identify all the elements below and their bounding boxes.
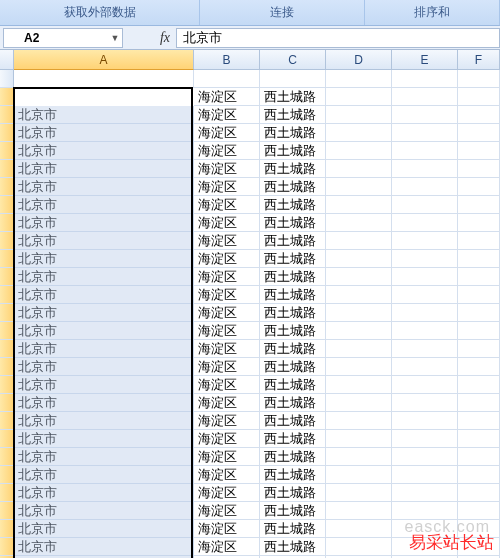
cell[interactable]: 北京市 — [14, 250, 194, 268]
column-header[interactable]: B — [194, 50, 260, 70]
cell[interactable] — [392, 160, 458, 178]
cell[interactable]: 海淀区 — [194, 286, 260, 304]
cell[interactable]: 北京市 — [14, 538, 194, 556]
row-header[interactable] — [0, 106, 14, 124]
cell[interactable]: 北京市 — [14, 412, 194, 430]
cell[interactable]: 海淀区 — [194, 376, 260, 394]
row-header[interactable] — [0, 340, 14, 358]
name-box-dropdown-icon[interactable]: ▼ — [108, 33, 122, 43]
cell[interactable]: 海淀区 — [194, 394, 260, 412]
cell[interactable] — [392, 322, 458, 340]
row-header[interactable] — [0, 196, 14, 214]
cell[interactable]: 海淀区 — [194, 124, 260, 142]
cell[interactable]: 海淀区 — [194, 160, 260, 178]
cell[interactable]: 西土城路 — [260, 322, 326, 340]
cell[interactable]: 海淀区 — [194, 502, 260, 520]
cell[interactable] — [392, 70, 458, 88]
cell[interactable] — [458, 286, 500, 304]
cell[interactable] — [458, 412, 500, 430]
cell[interactable]: 北京市 — [14, 106, 194, 124]
cell[interactable] — [326, 88, 392, 106]
row-header[interactable] — [0, 178, 14, 196]
cell[interactable]: 北京市 — [14, 394, 194, 412]
cell[interactable]: 北京市 — [14, 268, 194, 286]
row-header[interactable] — [0, 358, 14, 376]
cell[interactable]: 西土城路 — [260, 502, 326, 520]
cell[interactable]: 北京市 — [14, 340, 194, 358]
cell[interactable]: 海淀区 — [194, 250, 260, 268]
cell[interactable] — [326, 358, 392, 376]
cell[interactable]: 西土城路 — [260, 214, 326, 232]
cell[interactable] — [458, 394, 500, 412]
cell[interactable] — [392, 214, 458, 232]
name-box[interactable]: A2 ▼ — [3, 28, 123, 48]
cell[interactable]: 海淀区 — [194, 358, 260, 376]
cell[interactable]: 北京市 — [14, 358, 194, 376]
row-header[interactable] — [0, 124, 14, 142]
cell[interactable]: 西土城路 — [260, 340, 326, 358]
row-header[interactable] — [0, 538, 14, 556]
cell[interactable] — [458, 178, 500, 196]
cell[interactable] — [392, 268, 458, 286]
cell[interactable]: 海淀区 — [194, 430, 260, 448]
cell[interactable]: 北京市 — [14, 520, 194, 538]
cell[interactable] — [458, 430, 500, 448]
cell[interactable]: 北京市 — [14, 286, 194, 304]
row-header[interactable] — [0, 304, 14, 322]
row-header[interactable] — [0, 268, 14, 286]
cell[interactable]: 海淀区 — [194, 484, 260, 502]
cell[interactable] — [458, 304, 500, 322]
cell[interactable] — [326, 538, 392, 556]
cell[interactable] — [326, 376, 392, 394]
cell[interactable]: 海淀区 — [194, 340, 260, 358]
cell[interactable] — [326, 232, 392, 250]
row-header[interactable] — [0, 484, 14, 502]
cell[interactable]: 海淀区 — [194, 520, 260, 538]
grid[interactable]: 北京市海淀区西土城路北京市海淀区西土城路北京市海淀区西土城路北京市海淀区西土城路… — [14, 70, 500, 558]
cell[interactable] — [326, 412, 392, 430]
cell[interactable]: 西土城路 — [260, 268, 326, 286]
cell[interactable]: 西土城路 — [260, 196, 326, 214]
cell[interactable] — [326, 160, 392, 178]
cell[interactable]: 北京市 — [14, 232, 194, 250]
cell[interactable] — [458, 466, 500, 484]
cell[interactable]: 海淀区 — [194, 412, 260, 430]
cell[interactable] — [392, 448, 458, 466]
cell[interactable]: 西土城路 — [260, 376, 326, 394]
cell[interactable]: 北京市 — [14, 466, 194, 484]
cell[interactable]: 西土城路 — [260, 286, 326, 304]
cell[interactable]: 海淀区 — [194, 214, 260, 232]
column-header[interactable]: A — [14, 50, 194, 70]
cell[interactable] — [392, 196, 458, 214]
row-header[interactable] — [0, 430, 14, 448]
cell[interactable] — [392, 178, 458, 196]
cell[interactable] — [458, 214, 500, 232]
cell[interactable]: 西土城路 — [260, 430, 326, 448]
cell[interactable]: 西土城路 — [260, 160, 326, 178]
cell[interactable] — [326, 250, 392, 268]
cell[interactable]: 海淀区 — [194, 322, 260, 340]
formula-input[interactable]: 北京市 — [176, 28, 500, 48]
cell[interactable]: 海淀区 — [194, 466, 260, 484]
cell[interactable]: 西土城路 — [260, 538, 326, 556]
cell[interactable] — [458, 250, 500, 268]
cell[interactable]: 北京市 — [14, 376, 194, 394]
cell[interactable] — [458, 124, 500, 142]
row-header[interactable] — [0, 214, 14, 232]
row-header[interactable] — [0, 376, 14, 394]
cell[interactable] — [458, 160, 500, 178]
cell[interactable]: 西土城路 — [260, 520, 326, 538]
cell[interactable]: 海淀区 — [194, 232, 260, 250]
cell[interactable] — [458, 106, 500, 124]
cell[interactable]: 北京市 — [14, 88, 194, 106]
cell[interactable]: 西土城路 — [260, 466, 326, 484]
cell[interactable]: 北京市 — [14, 484, 194, 502]
ribbon-group-connections[interactable]: 连接 — [200, 0, 365, 25]
row-header[interactable] — [0, 502, 14, 520]
cell[interactable]: 西土城路 — [260, 106, 326, 124]
cell[interactable]: 西土城路 — [260, 178, 326, 196]
cell[interactable] — [326, 322, 392, 340]
cell[interactable]: 北京市 — [14, 322, 194, 340]
cell[interactable] — [392, 124, 458, 142]
cell[interactable] — [326, 448, 392, 466]
